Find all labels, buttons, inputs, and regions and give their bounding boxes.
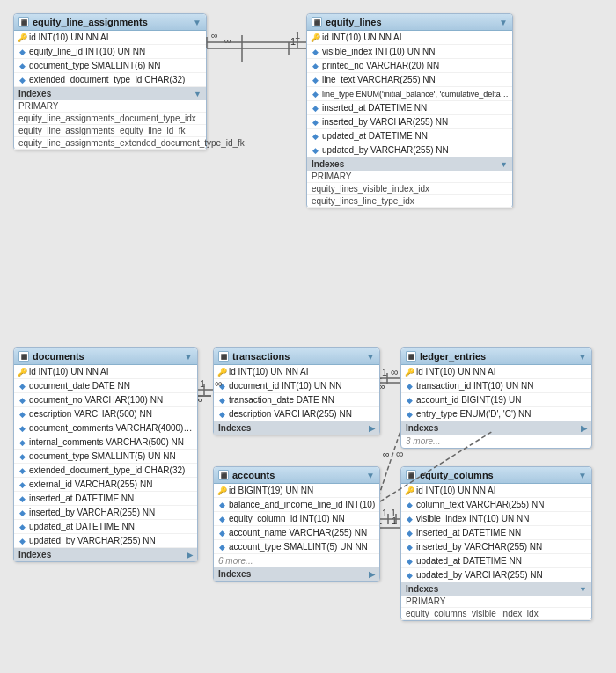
diamond-icon: ◆ bbox=[405, 529, 414, 538]
diamond-icon: ◆ bbox=[18, 424, 26, 433]
diamond-icon: ◆ bbox=[18, 466, 26, 475]
field-row: ◆ account_type SMALLINT(5) UN NN bbox=[214, 540, 379, 554]
field-row: ◆ document_type SMALLINT(6) NN bbox=[14, 59, 206, 73]
table-expand-icon[interactable]: ▼ bbox=[578, 352, 587, 362]
table-header-equity-columns: equity_columns ▼ bbox=[401, 467, 591, 484]
field-text: id BIGINT(19) UN NN bbox=[229, 486, 313, 495]
indexes-label: Indexes bbox=[218, 423, 251, 433]
index-row: equity_lines_line_type_idx bbox=[307, 195, 512, 208]
diamond-icon: ◆ bbox=[217, 529, 226, 538]
table-expand-icon[interactable]: ▼ bbox=[499, 18, 508, 27]
indexes-label: Indexes bbox=[406, 423, 438, 433]
table-header-documents: documents ▼ bbox=[14, 348, 197, 365]
indexes-header[interactable]: Indexes ▶ bbox=[401, 421, 591, 435]
more-row: 3 more... bbox=[401, 435, 591, 448]
field-row: ◆ external_id VARCHAR(255) NN bbox=[14, 478, 197, 492]
field-row: ◆ internal_comments VARCHAR(500) NN bbox=[14, 435, 197, 450]
field-text: updated_by VARCHAR(255) NN bbox=[29, 536, 156, 545]
table-transactions: transactions ▼ 🔑 id INT(10) UN NN AI ◆ d… bbox=[213, 347, 380, 435]
field-text: id INT(10) UN NN AI bbox=[416, 367, 496, 377]
table-expand-icon[interactable]: ▼ bbox=[366, 352, 375, 362]
diamond-icon: ◆ bbox=[311, 48, 319, 56]
field-row: ◆ updated_by VARCHAR(255) NN bbox=[14, 534, 197, 548]
field-row: ◆ updated_at DATETIME NN bbox=[307, 129, 512, 143]
field-row: ◆ inserted_at DATETIME NN bbox=[401, 526, 591, 540]
index-row: equity_line_assignments_equity_line_id_f… bbox=[14, 125, 206, 137]
field-row: ◆ document_id INT(10) UN NN bbox=[214, 379, 379, 393]
table-icon bbox=[218, 470, 229, 480]
indexes-label: Indexes bbox=[18, 89, 51, 99]
indexes-header[interactable]: Indexes ▶ bbox=[214, 567, 379, 581]
diamond-icon: ◆ bbox=[217, 515, 226, 523]
field-text: external_id VARCHAR(255) NN bbox=[29, 479, 152, 489]
diamond-icon: ◆ bbox=[217, 396, 226, 405]
indexes-expand-icon[interactable]: ▶ bbox=[187, 551, 193, 560]
indexes-header[interactable]: Indexes ▼ bbox=[307, 157, 512, 171]
field-text: equity_column_id INT(10) NN bbox=[229, 514, 345, 523]
index-row: PRIMARY bbox=[401, 596, 591, 608]
indexes-expand-icon[interactable]: ▼ bbox=[194, 90, 202, 99]
field-row: ◆ description VARCHAR(500) NN bbox=[14, 407, 197, 421]
field-row: ◆ document_type SMALLINT(5) UN NN bbox=[14, 450, 197, 464]
svg-text:1: 1 bbox=[392, 516, 397, 526]
field-text: inserted_at DATETIME NN bbox=[416, 528, 521, 538]
field-row: ◆ description VARCHAR(255) NN bbox=[214, 407, 379, 421]
field-text: inserted_at DATETIME NN bbox=[29, 494, 134, 503]
table-header-equity-lines: equity_lines ▼ bbox=[307, 14, 512, 31]
table-accounts: accounts ▼ 🔑 id BIGINT(19) UN NN ◆ balan… bbox=[213, 466, 380, 582]
field-row: 🔑 id BIGINT(19) UN NN bbox=[214, 484, 379, 498]
table-header-ledger-entries: ledger_entries ▼ bbox=[401, 348, 591, 365]
table-title: equity_columns bbox=[420, 470, 575, 480]
key-icon: 🔑 bbox=[18, 33, 26, 42]
field-row: ◆ printed_no VARCHAR(20) NN bbox=[307, 59, 512, 73]
field-text: visible_index INT(10) UN NN bbox=[416, 514, 529, 523]
svg-text:1: 1 bbox=[382, 508, 387, 518]
indexes-expand-icon[interactable]: ▶ bbox=[369, 570, 375, 579]
table-ledger-entries: ledger_entries ▼ 🔑 id INT(10) UN NN AI ◆… bbox=[400, 347, 592, 449]
indexes-expand-icon[interactable]: ▼ bbox=[500, 160, 508, 169]
field-row: ◆ account_id BIGINT(19) UN bbox=[401, 393, 591, 407]
table-documents: documents ▼ 🔑 id INT(10) UN NN AI ◆ docu… bbox=[13, 347, 198, 562]
field-row: ◆ account_name VARCHAR(255) NN bbox=[214, 526, 379, 540]
indexes-header[interactable]: Indexes ▼ bbox=[401, 582, 591, 596]
field-row: ◆ visible_index INT(10) UN NN bbox=[401, 512, 591, 526]
indexes-expand-icon[interactable]: ▶ bbox=[581, 424, 587, 433]
field-row: ◆ equity_column_id INT(10) NN bbox=[214, 512, 379, 526]
diamond-icon: ◆ bbox=[405, 501, 414, 509]
table-expand-icon[interactable]: ▼ bbox=[184, 352, 193, 362]
diamond-icon: ◆ bbox=[405, 410, 414, 419]
diamond-icon: ◆ bbox=[217, 410, 226, 419]
field-text: updated_by VARCHAR(255) NN bbox=[322, 145, 449, 155]
table-icon bbox=[18, 351, 29, 362]
field-text: inserted_by VARCHAR(255) NN bbox=[416, 542, 542, 552]
table-expand-icon[interactable]: ▼ bbox=[193, 18, 202, 27]
field-row: ◆ inserted_at DATETIME NN bbox=[14, 492, 197, 506]
field-text: document_comments VARCHAR(4000) NN bbox=[29, 423, 194, 433]
diamond-icon: ◆ bbox=[18, 480, 26, 489]
svg-text:1: 1 bbox=[391, 508, 396, 518]
diamond-icon: ◆ bbox=[217, 382, 226, 391]
indexes-expand-icon[interactable]: ▼ bbox=[579, 585, 587, 594]
diamond-icon: ◆ bbox=[405, 571, 414, 580]
indexes-header[interactable]: Indexes ▶ bbox=[214, 421, 379, 435]
table-expand-icon[interactable]: ▼ bbox=[366, 471, 375, 480]
index-row: PRIMARY bbox=[307, 171, 512, 183]
field-row: ◆ transaction_id INT(10) UN NN bbox=[401, 379, 591, 393]
key-icon: 🔑 bbox=[405, 486, 414, 495]
indexes-label: Indexes bbox=[406, 584, 438, 594]
svg-text:1: 1 bbox=[382, 367, 387, 377]
indexes-expand-icon[interactable]: ▶ bbox=[369, 424, 375, 433]
field-text: document_type SMALLINT(6) NN bbox=[29, 61, 161, 70]
table-title: equity_line_assignments bbox=[33, 17, 189, 27]
indexes-header[interactable]: Indexes ▼ bbox=[14, 87, 206, 100]
table-title: documents bbox=[33, 351, 180, 362]
diamond-icon: ◆ bbox=[311, 118, 319, 127]
svg-text:1: 1 bbox=[200, 378, 205, 389]
field-text: id INT(10) UN NN AI bbox=[416, 486, 496, 495]
diamond-icon: ◆ bbox=[311, 62, 319, 70]
diamond-icon: ◆ bbox=[405, 543, 414, 552]
field-row: ◆ inserted_by VARCHAR(255) NN bbox=[307, 115, 512, 129]
indexes-header[interactable]: Indexes ▶ bbox=[14, 548, 197, 561]
table-expand-icon[interactable]: ▼ bbox=[578, 471, 587, 480]
svg-text:1: 1 bbox=[295, 30, 300, 40]
